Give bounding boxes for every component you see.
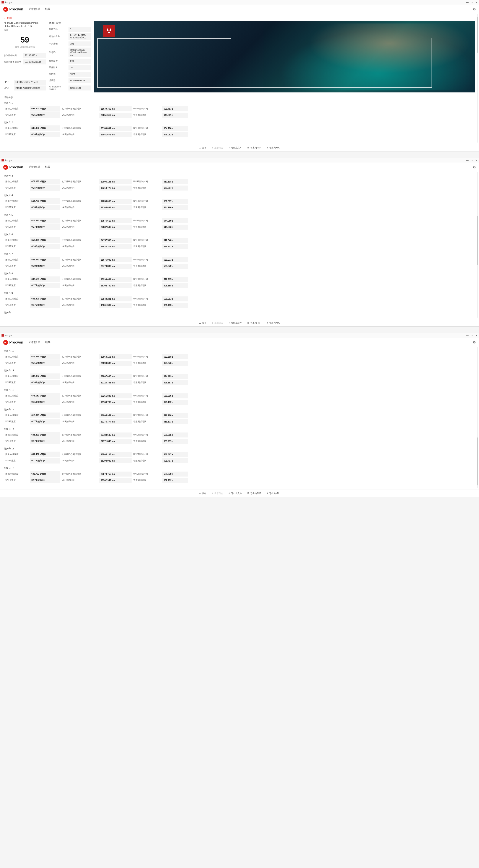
metric-row: 总体图像生成速度633.528 s/image — [4, 59, 46, 65]
close-button[interactable]: ✕ — [475, 1, 477, 4]
batch-title: 批次号 13 — [4, 408, 475, 411]
score-card: AI Image Generation Benchmark - Stable D… — [4, 21, 46, 92]
close-button[interactable]: ✕ — [475, 159, 477, 162]
setting-value: Intel(R) Arc(TM) Graphics (iGPU) — [68, 33, 91, 40]
maximize-button[interactable]: □ — [471, 334, 473, 337]
export-xml-button[interactable]: ⬇导出为XML — [266, 321, 280, 324]
export-xml-button[interactable]: ⬇导出为XML — [266, 146, 280, 149]
label-img-speed: 图像生成速度 — [4, 238, 30, 243]
export-pdf-button[interactable]: 🖺导出为PDF — [247, 492, 261, 495]
value-unet-time: 557.667 s — [162, 452, 188, 457]
value-img-speed: 606.588 s/图像 — [30, 276, 60, 282]
settings-icon[interactable]: ⚙ — [473, 165, 476, 169]
value-vae: 19362.942 ms — [99, 478, 132, 483]
publish-button[interactable]: ☁发布 — [199, 492, 206, 495]
value-pipe-time: 564.760 s — [162, 205, 188, 210]
settings-icon[interactable]: ⚙ — [473, 7, 476, 11]
label-img-speed: 图像生成速度 — [4, 125, 30, 131]
value-unet-speed: 0.175 能力/秒 — [30, 283, 60, 288]
label-pipe-time: 管道测试时间 — [132, 458, 162, 464]
batch-block: 批次号 4图像生成速度564.760 s/图像文字编码器测试时间17238.05… — [4, 194, 475, 210]
value-text-enc: 21639.350 ms — [99, 106, 132, 111]
value-img-speed: 645.501 s/图像 — [30, 106, 60, 112]
logo-badge: UL — [3, 340, 8, 345]
value-unet-time: 630.696 s — [162, 394, 188, 398]
label-unet-speed: UNET速度 — [4, 438, 30, 444]
label-unet-time: UNET测试时间 — [132, 125, 162, 131]
setting-value: 1 — [68, 27, 91, 32]
export-file-button[interactable]: ⬇导出成文件 — [228, 321, 242, 324]
titlebar: Procyon—□✕ — [0, 0, 479, 5]
scrollbar[interactable] — [477, 14, 478, 143]
label-pipe-time: 管道测试时间 — [132, 360, 162, 366]
maximize-button[interactable]: □ — [471, 1, 473, 4]
show-log-button[interactable]: ≣显示日志 — [211, 321, 223, 324]
value-text-enc: 17238.053 ms — [99, 199, 132, 204]
export-file-button[interactable]: ⬇导出成文件 — [228, 146, 242, 149]
setting-row: 分辨率:1024 — [49, 71, 91, 77]
minimize-button[interactable]: — — [466, 159, 469, 162]
app-logo: ULProcyon — [3, 340, 23, 345]
maximize-button[interactable]: □ — [471, 159, 473, 162]
app-icon — [2, 159, 4, 161]
value-unet-speed: 0.160 能力/秒 — [30, 380, 60, 385]
app-window: Procyon—□✕ULProcyon我的套装结果⚙←返回AI Image Ge… — [0, 0, 479, 152]
tab-my-suites[interactable]: 我的套装 — [29, 338, 40, 347]
show-log-button[interactable]: ≣显示日志 — [211, 146, 223, 149]
scrollbar-thumb[interactable] — [477, 216, 478, 265]
cloud-icon: ☁ — [199, 147, 201, 149]
settings-title: 使用的设置 — [49, 21, 91, 25]
value-vae: 50323.356 ms — [99, 380, 132, 385]
tab-results[interactable]: 结果 — [45, 338, 50, 347]
value-text-enc: 25564.105 ms — [99, 452, 132, 457]
tab-results[interactable]: 结果 — [45, 5, 50, 14]
footer-actions: ☁发布≣显示日志⬇导出成文件🖺导出为PDF⬇导出为XML — [0, 319, 479, 327]
value-unet-time: 531.307 s — [162, 199, 188, 204]
label-vae: VAE测试时间 — [60, 399, 99, 405]
window-controls: —□✕ — [466, 1, 477, 4]
logo-badge: UL — [3, 7, 8, 12]
tab-my-suites[interactable]: 我的套装 — [29, 162, 40, 172]
label-img-speed: 图像生成速度 — [4, 373, 30, 379]
value-text-enc: 18293.484 ms — [99, 277, 132, 282]
value-text-enc: 24157.598 ms — [99, 238, 132, 243]
batch-row: 图像生成速度614.533 s/图像文字编码器测试时间17575.619 msU… — [4, 218, 475, 223]
logo-text: Procyon — [9, 340, 23, 344]
label-unet-time: UNET测试时间 — [132, 296, 162, 302]
batch-row: 图像生成速度676.182 s/图像文字编码器测试时间29261.838 msU… — [4, 393, 475, 399]
tab-results[interactable]: 结果 — [45, 162, 50, 172]
settings-icon[interactable]: ⚙ — [473, 340, 476, 344]
export-file-button[interactable]: ⬇导出成文件 — [228, 492, 242, 495]
close-button[interactable]: ✕ — [475, 334, 477, 337]
label-unet-speed: UNET速度 — [4, 283, 30, 288]
label-vae: VAE测试时间 — [60, 205, 99, 210]
publish-button[interactable]: ☁发布 — [199, 321, 206, 324]
setting-row: 模型精度:fp16 — [49, 58, 91, 64]
scrollbar-thumb[interactable] — [477, 437, 478, 486]
minimize-button[interactable]: — — [466, 1, 469, 4]
label-img-speed: 图像生成速度 — [4, 198, 30, 204]
system-label: CPU: — [4, 80, 14, 85]
value-unet-speed: 0.159 能力/秒 — [30, 399, 60, 405]
app-logo: ULProcyon — [3, 7, 23, 12]
batch-row: 图像生成速度565.572 s/图像文字编码器测试时间21676.000 msU… — [4, 257, 475, 262]
scrollbar[interactable] — [477, 347, 478, 488]
tab-my-suites[interactable]: 我的套装 — [29, 5, 40, 14]
value-pipe-time: 696.657 s — [162, 380, 188, 385]
show-log-button[interactable]: ≣显示日志 — [211, 492, 223, 495]
content-area: 批次号 3图像生成速度673.057 s/图像文字编码器测试时间20005.14… — [0, 172, 479, 327]
batch-title: 批次号 6 — [4, 233, 475, 236]
export-pdf-button[interactable]: 🖺导出为PDF — [247, 146, 261, 149]
minimize-button[interactable]: — — [466, 334, 469, 337]
label-unet-time: UNET测试时间 — [132, 218, 162, 223]
list-icon: ≣ — [211, 321, 213, 324]
label-text-enc: 文字编码器测试时间 — [60, 106, 99, 112]
export-xml-button[interactable]: ⬇导出为XML — [266, 492, 280, 495]
scrollbar[interactable] — [477, 172, 478, 318]
setting-value: stabilityai/stable-diffusion-xl-base-1.0 — [68, 48, 91, 57]
back-link[interactable]: ←返回 — [4, 16, 12, 20]
export-pdf-button[interactable]: 🖺导出为PDF — [247, 321, 261, 324]
scrollbar-thumb[interactable] — [477, 17, 478, 53]
publish-button[interactable]: ☁发布 — [199, 146, 206, 149]
label-pipe-time: 管道测试时间 — [132, 224, 162, 230]
